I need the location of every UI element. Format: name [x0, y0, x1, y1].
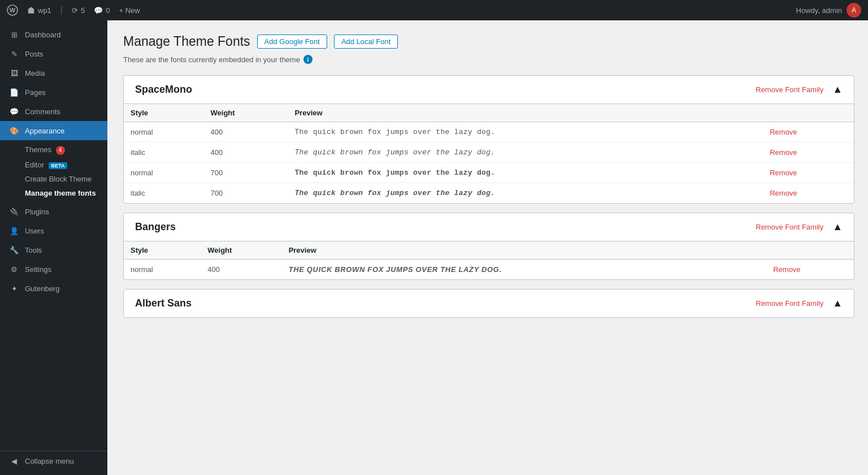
sidebar-item-pages[interactable]: 📄 Pages [0, 83, 107, 102]
collapse-menu-button[interactable]: ◀ Collapse menu [0, 451, 107, 470]
editor-beta-badge: beta [49, 162, 68, 169]
font-family-name-spacemono: SpaceMono [135, 84, 192, 96]
collapse-icon: ◀ [9, 456, 19, 466]
sidebar-item-dashboard[interactable]: ⊞ Dashboard [0, 25, 107, 44]
sidebar-item-media[interactable]: 🖼 Media [0, 63, 107, 83]
style-cell: normal [124, 260, 201, 280]
sidebar-item-gutenberg[interactable]: ✦ Gutenberg [0, 279, 107, 299]
font-family-name-bangers: Bangers [135, 221, 176, 233]
sidebar-item-editor[interactable]: Editor beta [0, 158, 107, 172]
updates-button[interactable]: ⟳ 5 [72, 6, 85, 15]
remove-variant-button[interactable]: Remove [770, 169, 797, 177]
style-cell: normal [124, 122, 204, 142]
appearance-icon: 🎨 [9, 126, 19, 136]
posts-icon: ✎ [9, 49, 19, 59]
themes-badge: 4 [56, 146, 65, 155]
tools-icon: 🔧 [9, 245, 19, 256]
style-cell: italic [124, 183, 204, 204]
remove-variant-button[interactable]: Remove [770, 148, 797, 157]
remove-font-family-albert-sans-button[interactable]: Remove Font Family [756, 299, 823, 308]
sidebar-item-posts[interactable]: ✎ Posts [0, 44, 107, 63]
font-family-name-albert-sans: Albert Sans [135, 297, 192, 309]
preview-cell: The quick brown fox jumps over the lazy … [288, 163, 763, 183]
topbar: W wp1 | ⟳ 5 💬 0 + New Howdy, admin A [0, 0, 868, 20]
weight-cell: 700 [204, 183, 288, 204]
collapse-spacemono-button[interactable]: ▲ [832, 84, 843, 96]
dashboard-icon: ⊞ [9, 29, 19, 40]
font-table-bangers: Style Weight Preview normal 400 THE QUIC… [124, 241, 854, 279]
sidebar-item-tools[interactable]: 🔧 Tools [0, 241, 107, 260]
topbar-right: Howdy, admin A [796, 3, 861, 18]
gutenberg-icon: ✦ [9, 284, 19, 294]
col-preview-spacemono: Preview [288, 104, 763, 122]
weight-cell: 700 [204, 163, 288, 183]
col-style-spacemono: Style [124, 104, 204, 122]
font-card-actions-spacemono: Remove Font Family ▲ [756, 84, 843, 96]
remove-font-family-spacemono-button[interactable]: Remove Font Family [756, 85, 823, 94]
site-name[interactable]: wp1 [27, 6, 51, 15]
users-icon: 👤 [9, 226, 19, 236]
page-description: These are the fonts currently embedded i… [123, 55, 854, 64]
main-content: Manage Theme Fonts Add Google Font Add L… [107, 20, 868, 475]
font-card-header-spacemono: SpaceMono Remove Font Family ▲ [124, 76, 854, 103]
sidebar-item-appearance[interactable]: 🎨 Appearance [0, 121, 107, 140]
add-google-font-button[interactable]: Add Google Font [257, 34, 327, 49]
col-weight-bangers: Weight [201, 241, 281, 260]
table-row: normal 700 The quick brown fox jumps ove… [124, 163, 854, 183]
remove-variant-button[interactable]: Remove [770, 128, 797, 136]
sidebar: ⊞ Dashboard ✎ Posts 🖼 Media 📄 Pages 💬 Co… [0, 20, 107, 475]
style-cell: normal [124, 163, 204, 183]
font-card-header-bangers: Bangers Remove Font Family ▲ [124, 213, 854, 241]
info-icon[interactable]: i [303, 55, 313, 64]
comments-icon: 💬 [9, 106, 19, 116]
table-row: italic 400 The quick brown fox jumps ove… [124, 142, 854, 163]
howdy-text: Howdy, admin [796, 6, 842, 15]
sidebar-item-users[interactable]: 👤 Users [0, 222, 107, 241]
sidebar-item-create-block-theme[interactable]: Create Block Theme [0, 172, 107, 186]
preview-cell: The quick brown fox jumps over the lazy … [288, 183, 763, 204]
appearance-submenu: Themes 4 Editor beta Create Block Theme … [0, 140, 107, 202]
remove-font-family-bangers-button[interactable]: Remove Font Family [756, 223, 823, 231]
media-icon: 🖼 [9, 68, 19, 78]
weight-cell: 400 [204, 122, 288, 142]
page-header: Manage Theme Fonts Add Google Font Add L… [123, 34, 854, 49]
new-content-button[interactable]: + New [119, 6, 140, 15]
plugins-icon: 🔌 [9, 207, 19, 217]
font-card-actions-albert-sans: Remove Font Family ▲ [756, 297, 843, 309]
table-row: normal 400 THE QUICK BROWN FOX JUMPS OVE… [124, 260, 854, 280]
table-row: normal 400 The quick brown fox jumps ove… [124, 122, 854, 142]
font-card-albert-sans: Albert Sans Remove Font Family ▲ [123, 289, 854, 318]
table-row: italic 700 The quick brown fox jumps ove… [124, 183, 854, 204]
col-preview-bangers: Preview [282, 241, 767, 260]
font-card-header-albert-sans: Albert Sans Remove Font Family ▲ [124, 290, 854, 317]
font-card-bangers: Bangers Remove Font Family ▲ Style Weigh… [123, 213, 854, 280]
comments-button[interactable]: 💬 0 [94, 6, 110, 15]
svg-text:W: W [10, 7, 16, 14]
weight-cell: 400 [204, 142, 288, 163]
remove-variant-button[interactable]: Remove [770, 189, 797, 197]
settings-icon: ⚙ [9, 265, 19, 275]
preview-cell: The quick brown fox jumps over the lazy … [288, 142, 763, 163]
col-style-bangers: Style [124, 241, 201, 260]
sidebar-item-plugins[interactable]: 🔌 Plugins [0, 202, 107, 222]
preview-cell: The quick brown fox jumps over the lazy … [288, 122, 763, 142]
sidebar-bottom: ◀ Collapse menu [0, 451, 107, 470]
style-cell: italic [124, 142, 204, 163]
collapse-bangers-button[interactable]: ▲ [832, 221, 843, 233]
col-weight-spacemono: Weight [204, 104, 288, 122]
weight-cell: 400 [201, 260, 281, 280]
sidebar-item-settings[interactable]: ⚙ Settings [0, 260, 107, 279]
wp-logo-icon[interactable]: W [7, 5, 18, 16]
font-card-spacemono: SpaceMono Remove Font Family ▲ Style Wei… [123, 75, 854, 204]
sidebar-item-manage-theme-fonts[interactable]: Manage theme fonts [0, 186, 107, 200]
sidebar-item-themes[interactable]: Themes 4 [0, 142, 107, 158]
preview-cell: THE QUICK BROWN FOX JUMPS OVER THE LAZY … [282, 260, 767, 280]
remove-variant-button[interactable]: Remove [773, 265, 800, 274]
pages-icon: 📄 [9, 87, 19, 97]
font-table-spacemono: Style Weight Preview normal 400 The quic… [124, 103, 854, 203]
avatar[interactable]: A [847, 3, 861, 18]
font-card-actions-bangers: Remove Font Family ▲ [756, 221, 843, 233]
collapse-albert-sans-button[interactable]: ▲ [832, 297, 843, 309]
add-local-font-button[interactable]: Add Local Font [334, 34, 398, 49]
sidebar-item-comments[interactable]: 💬 Comments [0, 102, 107, 121]
